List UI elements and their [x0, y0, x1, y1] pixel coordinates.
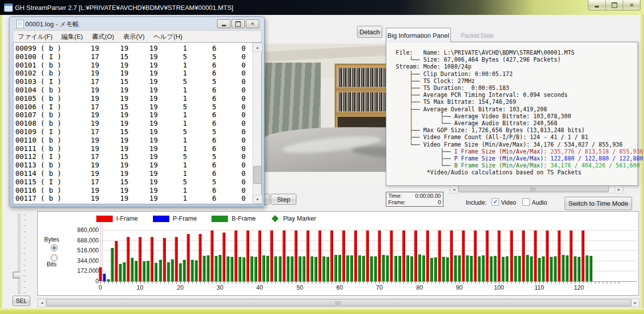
- b-frame-bar: [442, 257, 445, 281]
- detach-button[interactable]: Detach: [357, 26, 382, 38]
- info-segment: ├── Video Frame Count (All-I/P/B): 124 -…: [396, 134, 588, 141]
- x-tick: [116, 282, 117, 284]
- tab-big-information-panel[interactable]: Big Information Panel: [386, 28, 451, 43]
- maximize-button[interactable]: [606, 0, 623, 10]
- info-segment: ├── TS Clock: 27MHz: [396, 78, 475, 84]
- slider-tick: [23, 287, 26, 288]
- x-tick: [459, 282, 460, 284]
- x-tick: [144, 282, 144, 284]
- x-tick: [579, 282, 579, 284]
- window-caption-buttons: ✕: [588, 0, 641, 10]
- info-line: │ └── Average Audio Bitrate: 240,568: [396, 120, 644, 127]
- b-frame-bar: [111, 248, 114, 281]
- scroll-left-icon[interactable]: ◄: [38, 299, 46, 307]
- scrollbar-grip: [530, 187, 536, 191]
- i-frame-bar: [510, 231, 513, 281]
- x-tick: [420, 282, 420, 284]
- b-frame-bar: [338, 255, 341, 281]
- x-tick: [428, 282, 428, 284]
- i-frame-bar: [438, 231, 441, 281]
- x-tick: [507, 282, 507, 284]
- x-tick: [391, 282, 392, 284]
- scrollbar-thumb[interactable]: [253, 166, 262, 184]
- x-tick: [264, 282, 264, 284]
- audio-checkbox[interactable]: [522, 198, 530, 206]
- x-axis-label: 30: [210, 284, 230, 291]
- include-label: Include:: [466, 199, 487, 206]
- y-axis-label: 172,000: [38, 267, 99, 274]
- scroll-left-icon[interactable]: ◄: [450, 185, 458, 194]
- x-tick: [304, 282, 304, 284]
- b-frame-bar: [215, 256, 217, 281]
- x-tick: [599, 282, 599, 284]
- i-frame-bar: [222, 233, 225, 281]
- notepad-icon: [16, 20, 24, 28]
- scroll-down-icon[interactable]: ▼: [253, 195, 262, 204]
- notepad-menu-item-2[interactable]: 書式(O): [87, 32, 119, 41]
- b-frame-bar: [358, 255, 361, 281]
- scroll-up-icon[interactable]: ▲: [253, 43, 262, 52]
- zoom-slider-track[interactable]: [18, 214, 20, 294]
- scrollbar-thumb[interactable]: [458, 185, 609, 192]
- zoom-slider-thumb[interactable]: [13, 272, 23, 278]
- video-checkbox[interactable]: ✓: [492, 198, 499, 206]
- x-tick: [451, 282, 452, 284]
- b-frame-bar: [171, 259, 174, 281]
- b-frame-bar: [226, 256, 229, 281]
- x-tick: [344, 282, 344, 284]
- x-tick: [371, 282, 372, 284]
- notepad-menu-item-1[interactable]: 編集(E): [57, 32, 87, 41]
- x-tick: [228, 282, 228, 284]
- switch-to-time-mode-button[interactable]: Switch to Time Mode: [565, 197, 632, 210]
- notepad-minimize-button[interactable]: [217, 19, 230, 28]
- x-tick: [156, 282, 156, 284]
- x-tick: [236, 282, 236, 284]
- scroll-right-icon[interactable]: ►: [615, 185, 623, 194]
- b-frame-bar: [518, 256, 521, 281]
- x-tick: [260, 282, 260, 284]
- i-frame-bar: [486, 231, 489, 281]
- sel-button[interactable]: SEL: [12, 296, 30, 306]
- x-tick: [416, 282, 416, 284]
- notepad-text-area[interactable]: 00099 ( b ) 19 19 19 1 6 0 00100 ( I ) 1…: [13, 42, 262, 204]
- x-tick: [172, 282, 173, 284]
- frame-label: Frame:: [388, 199, 406, 206]
- b-frame-bar: [167, 262, 170, 281]
- notepad-vscrollbar[interactable]: ▲ ▼: [252, 43, 261, 203]
- x-tick: [543, 282, 544, 284]
- b-frame-bar: [386, 255, 389, 281]
- x-tick: [112, 282, 113, 284]
- notepad-menu-item-4[interactable]: ヘルプ(H): [149, 32, 187, 41]
- x-tick: [176, 282, 177, 284]
- info-segment: Stream: Mode: 1080/24p: [396, 63, 471, 70]
- shelf-row: [338, 68, 387, 87]
- b-frame-bar: [310, 256, 313, 281]
- b-frame-bar: [458, 255, 461, 281]
- x-tick: [431, 282, 432, 284]
- y-axis-label: 0: [38, 278, 99, 285]
- x-tick: [336, 282, 336, 284]
- step-button[interactable]: Step: [271, 194, 296, 205]
- b-frame-bar: [577, 257, 580, 281]
- x-tick: [467, 282, 468, 284]
- b-frame-bar: [422, 255, 425, 281]
- i-frame-bar: [115, 241, 118, 281]
- slider-tick: [23, 276, 26, 276]
- shelf-row: [338, 92, 387, 111]
- notepad-maximize-button[interactable]: [231, 19, 245, 28]
- notepad-close-button[interactable]: ✕: [246, 19, 259, 28]
- b-frame-bar: [298, 256, 301, 281]
- notepad-menu-item-3[interactable]: 表示(V): [119, 32, 149, 41]
- scrollbar-thumb[interactable]: [46, 299, 631, 307]
- x-axis-label: 20: [170, 284, 190, 291]
- slider-tick: [23, 253, 26, 254]
- main-hscrollbar[interactable]: ◄ ►: [37, 298, 640, 308]
- notepad-menu-item-0[interactable]: ファイル(F): [13, 32, 57, 41]
- tab-packet-data[interactable]: Packet Data: [453, 30, 501, 42]
- b-frame-bar: [191, 260, 194, 281]
- b-frame-bar: [143, 261, 145, 281]
- scroll-right-icon[interactable]: ►: [631, 299, 640, 307]
- x-tick: [268, 282, 268, 284]
- minimize-button[interactable]: [588, 0, 606, 10]
- close-button[interactable]: ✕: [623, 0, 640, 10]
